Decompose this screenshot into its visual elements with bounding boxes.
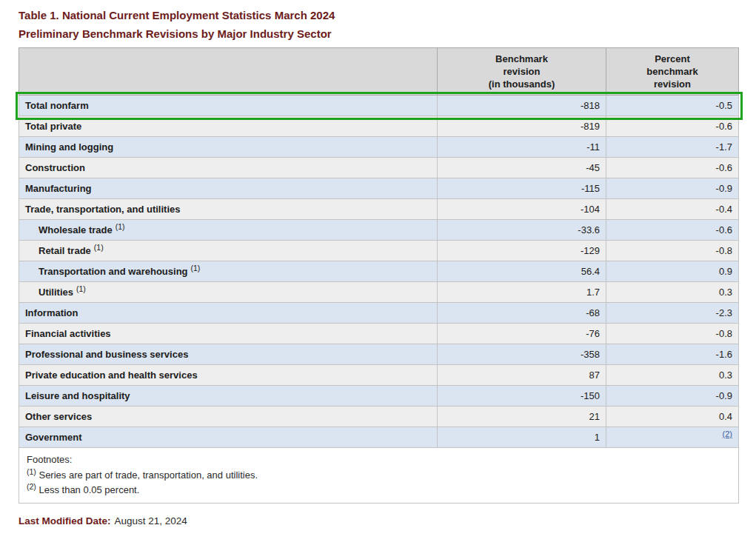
row-label: Trade, transportation, and utilities: [25, 204, 180, 215]
row-percent-cell: -2.3: [606, 303, 739, 324]
industry-cell: Mining and logging: [19, 137, 438, 158]
row-benchmark-value: -33.6: [438, 220, 606, 241]
table-row: Trade, transportation, and utilities -10…: [19, 199, 739, 220]
row-label: Leisure and hospitality: [25, 390, 130, 401]
row-footnote-marker: (1): [191, 264, 201, 272]
table-row: Mining and logging -11 -1.7: [19, 137, 739, 158]
table-row: Financial activities -76 -0.8: [19, 324, 739, 344]
industry-cell: Total nonfarm: [19, 96, 438, 116]
row-footnote-marker: (1): [76, 284, 86, 293]
row-percent-value: -0.8: [716, 245, 732, 256]
row-benchmark-value: -104: [438, 199, 606, 220]
row-percent-value: -0.8: [716, 328, 732, 339]
row-percent-value: 0.9: [719, 266, 732, 277]
row-percent-value: -0.6: [716, 224, 732, 235]
row-benchmark-value: 1: [438, 427, 606, 448]
table-row: Manufacturing -115 -0.9: [19, 178, 739, 199]
industry-cell: Private education and health services: [19, 365, 438, 386]
industry-cell: Trade, transportation, and utilities: [19, 199, 438, 220]
row-percent-cell: -0.8: [606, 241, 739, 261]
row-footnote-marker: (1): [94, 243, 104, 252]
table-row: Transportation and warehousing(1) 56.4 0…: [19, 261, 739, 282]
footnote-1-text: Series are part of trade, transportation…: [39, 469, 258, 481]
industry-cell: Transportation and warehousing(1): [19, 261, 438, 282]
row-benchmark-value: -68: [438, 303, 606, 324]
industry-cell: Utilities(1): [19, 282, 438, 303]
row-label: Construction: [25, 162, 85, 173]
row-percent-cell: (2): [606, 427, 739, 448]
benchmark-revisions-table: Benchmark revision (in thousands) Percen…: [19, 47, 739, 504]
row-benchmark-value: -129: [438, 241, 606, 261]
row-percent-cell: -0.9: [606, 386, 739, 407]
footnotes-cell: Footnotes: (1) Series are part of trade,…: [19, 448, 739, 504]
footnotes-heading: Footnotes:: [27, 454, 731, 465]
row-label: Private education and health services: [25, 370, 198, 381]
row-percent-value: 0.4: [719, 411, 732, 422]
row-percent-value: 0.3: [719, 370, 732, 381]
row-percent-cell: 0.3: [606, 365, 739, 386]
table-title-line1: Table 1. National Current Employment Sta…: [19, 7, 738, 23]
table-row: Information -68 -2.3: [19, 303, 739, 324]
row-percent-cell: -0.6: [606, 158, 739, 178]
row-percent-value: -2.3: [716, 307, 732, 318]
row-percent-value: -0.6: [716, 162, 732, 173]
row-percent-value: 0.3: [719, 287, 732, 298]
row-label: Total private: [25, 121, 81, 132]
industry-cell: Government: [19, 427, 438, 448]
header-industry: [19, 48, 438, 96]
table-row: Private education and health services 87…: [19, 365, 739, 386]
row-benchmark-value: 56.4: [438, 261, 606, 282]
benchmark-revisions-table-wrap: Benchmark revision (in thousands) Percen…: [19, 47, 738, 504]
page: Table 1. National Current Employment Sta…: [0, 0, 756, 541]
row-footnote-marker: (1): [116, 222, 125, 231]
row-label: Utilities: [39, 287, 73, 298]
industry-cell: Leisure and hospitality: [19, 386, 438, 407]
row-percent-cell: -0.4: [606, 199, 739, 220]
table-row: Construction -45 -0.6: [19, 158, 739, 178]
row-percent-cell: -0.6: [606, 116, 739, 137]
row-label: Wholesale trade: [39, 224, 113, 235]
row-label: Professional and business services: [25, 349, 188, 360]
row-percent-cell: -0.5: [606, 96, 739, 116]
table-row: Professional and business services -358 …: [19, 344, 739, 365]
row-benchmark-value: -150: [438, 386, 606, 407]
row-benchmark-value: -115: [438, 178, 606, 199]
industry-cell: Retail trade(1): [19, 241, 438, 261]
row-percent-cell: -1.7: [606, 137, 739, 158]
row-percent-link[interactable]: (2): [723, 429, 732, 438]
industry-cell: Total private: [19, 116, 438, 137]
row-label: Mining and logging: [25, 141, 113, 153]
header-benchmark-revision: Benchmark revision (in thousands): [438, 48, 606, 96]
footnote-1-marker: (1): [27, 467, 36, 476]
industry-cell: Construction: [19, 158, 438, 178]
row-percent-value: -0.9: [716, 183, 732, 194]
table-row: Total private -819 -0.6: [19, 116, 739, 137]
row-percent-cell: -1.6: [606, 344, 739, 365]
row-percent-value: -0.4: [716, 204, 732, 215]
row-percent-value: -0.5: [716, 100, 732, 111]
table-row: Government 1 (2): [19, 427, 739, 448]
row-percent-cell: 0.4: [606, 407, 739, 427]
row-percent-cell: -0.6: [606, 220, 739, 241]
row-label: Manufacturing: [25, 183, 92, 194]
table-body: Total nonfarm -818 -0.5 Total private -8…: [19, 96, 739, 448]
industry-cell: Professional and business services: [19, 344, 438, 365]
footnote-2-marker: (2): [27, 482, 36, 491]
row-benchmark-value: 87: [438, 365, 606, 386]
row-benchmark-value: -76: [438, 324, 606, 344]
table-row: Other services 21 0.4: [19, 407, 739, 427]
row-label: Transportation and warehousing: [39, 266, 188, 277]
industry-cell: Wholesale trade(1): [19, 220, 438, 241]
footnote-2-text: Less than 0.05 percent.: [39, 484, 139, 495]
row-benchmark-value: -45: [438, 158, 606, 178]
footnotes-row: Footnotes: (1) Series are part of trade,…: [19, 448, 739, 504]
footnote-1: (1) Series are part of trade, transporta…: [27, 469, 731, 481]
row-percent-value: -0.9: [716, 390, 732, 401]
last-modified-label: Last Modified Date:: [19, 515, 111, 526]
header-percent-benchmark-revision: Percent benchmark revision: [606, 48, 739, 96]
table-title-line2: Preliminary Benchmark Revisions by Major…: [19, 26, 738, 41]
row-benchmark-value: 1.7: [438, 282, 606, 303]
row-label: Total nonfarm: [25, 100, 89, 111]
industry-cell: Manufacturing: [19, 178, 438, 199]
row-label: Information: [25, 307, 78, 318]
